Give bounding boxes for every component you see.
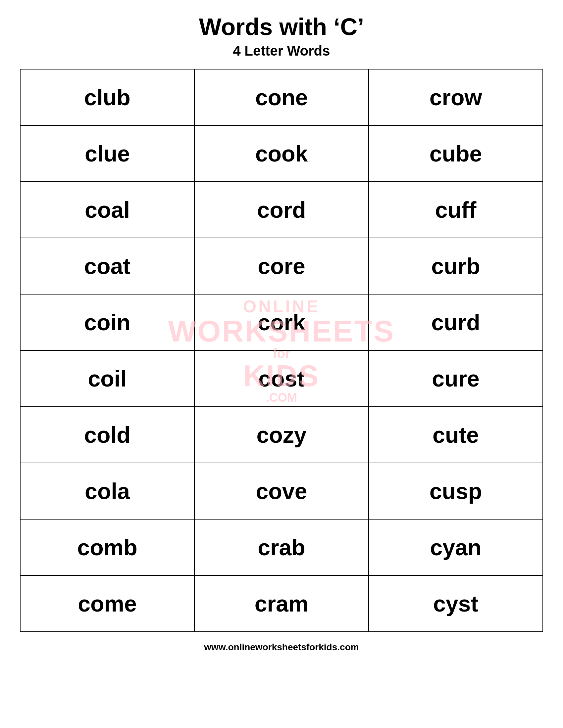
word-cell: cyan	[369, 519, 543, 575]
page-title: Words with ‘C’	[199, 13, 364, 40]
table-row: coalcordcuff	[20, 182, 543, 238]
word-cell: cube	[369, 125, 543, 182]
table-row: coincorkcurd	[20, 294, 543, 350]
word-cell: cola	[20, 463, 194, 519]
table-row: combcrabcyan	[20, 519, 543, 575]
table-row: cluecookcube	[20, 125, 543, 182]
word-cell: cyst	[369, 575, 543, 632]
word-cell: cute	[369, 407, 543, 463]
word-table: clubconecrowcluecookcubecoalcordcuffcoat…	[20, 69, 543, 632]
word-cell: curb	[369, 238, 543, 294]
word-cell: cove	[194, 463, 369, 519]
table-row: coldcozycute	[20, 407, 543, 463]
table-wrapper: clubconecrowcluecookcubecoalcordcuffcoat…	[20, 69, 543, 632]
word-cell: cone	[194, 69, 369, 125]
word-cell: coat	[20, 238, 194, 294]
table-row: coatcorecurb	[20, 238, 543, 294]
word-cell: comb	[20, 519, 194, 575]
word-cell: come	[20, 575, 194, 632]
table-row: comecramcyst	[20, 575, 543, 632]
table-row: clubconecrow	[20, 69, 543, 125]
word-cell: cord	[194, 182, 369, 238]
word-cell: curd	[369, 294, 543, 350]
word-cell: cork	[194, 294, 369, 350]
word-cell: crow	[369, 69, 543, 125]
page-subtitle: 4 Letter Words	[233, 43, 330, 59]
word-cell: cold	[20, 407, 194, 463]
word-cell: club	[20, 69, 194, 125]
word-cell: clue	[20, 125, 194, 182]
word-cell: cost	[194, 350, 369, 407]
table-row: coilcostcure	[20, 350, 543, 407]
table-row: colacovecusp	[20, 463, 543, 519]
word-cell: cusp	[369, 463, 543, 519]
word-cell: cuff	[369, 182, 543, 238]
word-cell: coil	[20, 350, 194, 407]
word-cell: cure	[369, 350, 543, 407]
word-cell: coal	[20, 182, 194, 238]
word-cell: cook	[194, 125, 369, 182]
word-cell: coin	[20, 294, 194, 350]
word-cell: cram	[194, 575, 369, 632]
footer-url: www.onlineworksheetsforkids.com	[204, 642, 359, 653]
word-cell: core	[194, 238, 369, 294]
word-cell: crab	[194, 519, 369, 575]
word-cell: cozy	[194, 407, 369, 463]
